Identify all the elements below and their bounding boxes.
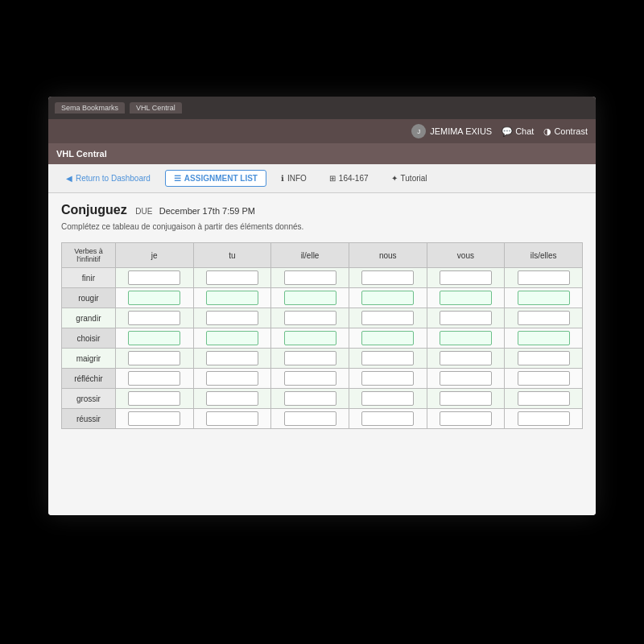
chat-icon: 💬 [502, 126, 513, 137]
input-réfléchir-ilelle[interactable] [284, 371, 336, 386]
input-grossir-vous[interactable] [440, 391, 492, 406]
input-finir-nous[interactable] [361, 270, 414, 285]
return-label: Return to Dashboard [76, 174, 151, 183]
sub-nav: ◀ Return to Dashboard ☰ ASSIGNMENT LIST … [48, 164, 596, 193]
main-content: Conjuguez DUE December 17th 7:59 PM Comp… [48, 193, 596, 515]
input-maigrir-nous[interactable] [361, 351, 414, 365]
cell-choisir-vous [427, 328, 505, 349]
cell-réussir-ilselles [505, 409, 583, 429]
input-maigrir-je[interactable] [128, 351, 180, 365]
cell-grandir-vous [427, 308, 505, 328]
user-info: J JEMIMA EXIUS [411, 124, 492, 138]
cell-choisir-ilselles [505, 328, 583, 349]
input-rougir-vous[interactable] [440, 291, 492, 305]
table-row: grossir [62, 389, 583, 409]
verb-name: choisir [62, 328, 116, 349]
input-choisir-vous[interactable] [440, 331, 492, 345]
input-réussir-vous[interactable] [440, 411, 492, 426]
pages-button[interactable]: ⊞ 164-167 [321, 171, 377, 186]
browser-tab-1[interactable]: Sema Bookmarks [55, 102, 125, 114]
pages-icon: ⊞ [329, 174, 336, 183]
cell-réfléchir-ilelle [271, 369, 349, 389]
input-grandir-je[interactable] [128, 311, 180, 325]
col-header-nous: nous [349, 243, 427, 268]
chat-link[interactable]: 💬 Chat [502, 126, 534, 137]
input-choisir-ilelle[interactable] [284, 331, 336, 345]
cell-réussir-vous [427, 409, 505, 429]
input-choisir-je[interactable] [128, 331, 180, 345]
input-réussir-ilelle[interactable] [284, 411, 336, 426]
input-réfléchir-tu[interactable] [206, 371, 258, 386]
contrast-link[interactable]: ◑ Contrast [543, 126, 588, 137]
cell-grossir-vous [427, 389, 505, 409]
input-finir-je[interactable] [128, 270, 180, 285]
input-finir-ilselles[interactable] [518, 270, 570, 285]
input-grandir-vous[interactable] [440, 311, 492, 325]
table-row: rougir [62, 288, 583, 308]
info-button[interactable]: ℹ INFO [273, 171, 315, 186]
verb-name: maigrir [62, 349, 116, 369]
input-finir-tu[interactable] [206, 270, 258, 285]
input-maigrir-ilselles[interactable] [518, 351, 570, 365]
cell-réfléchir-ilselles [505, 369, 583, 389]
input-maigrir-vous[interactable] [440, 351, 492, 365]
input-rougir-ilselles[interactable] [518, 291, 570, 305]
input-grossir-nous[interactable] [361, 391, 414, 406]
input-choisir-tu[interactable] [206, 331, 258, 345]
cell-maigrir-ilselles [505, 349, 583, 369]
input-grandir-ilelle[interactable] [284, 311, 336, 325]
input-réussir-ilselles[interactable] [518, 411, 570, 426]
nav-logo: VHL Central [56, 149, 107, 159]
assignment-list-button[interactable]: ☰ ASSIGNMENT LIST [165, 170, 266, 187]
input-réfléchir-ilselles[interactable] [518, 371, 570, 386]
pages-label: 164-167 [339, 174, 369, 183]
cell-finir-nous [349, 268, 427, 288]
cell-rougir-ilelle [271, 288, 349, 308]
table-row: réussir [62, 409, 583, 429]
app-header: J JEMIMA EXIUS 💬 Chat ◑ Contrast [48, 119, 596, 143]
tutorial-button[interactable]: ✦ Tutorial [383, 171, 436, 186]
input-maigrir-tu[interactable] [206, 351, 258, 365]
input-réussir-je[interactable] [128, 411, 180, 426]
input-grandir-tu[interactable] [206, 311, 258, 325]
input-finir-vous[interactable] [440, 270, 492, 285]
input-réfléchir-vous[interactable] [440, 371, 492, 386]
cell-maigrir-je [115, 349, 193, 369]
input-réfléchir-je[interactable] [128, 371, 180, 386]
input-réfléchir-nous[interactable] [361, 371, 414, 386]
input-réussir-tu[interactable] [206, 411, 258, 426]
input-grossir-tu[interactable] [206, 391, 258, 406]
input-grossir-ilselles[interactable] [518, 391, 570, 406]
input-réussir-nous[interactable] [361, 411, 414, 426]
input-choisir-nous[interactable] [361, 331, 414, 345]
contrast-icon: ◑ [543, 126, 551, 137]
input-rougir-je[interactable] [128, 291, 180, 305]
input-maigrir-ilelle[interactable] [284, 351, 336, 365]
verb-name: réfléchir [62, 369, 116, 389]
cell-choisir-je [115, 328, 193, 349]
input-rougir-tu[interactable] [206, 291, 258, 305]
input-grandir-nous[interactable] [361, 311, 414, 325]
avatar: J [411, 124, 426, 138]
input-grossir-ilelle[interactable] [284, 391, 336, 406]
table-row: finir [62, 268, 583, 288]
input-grandir-ilselles[interactable] [518, 311, 570, 325]
info-label: INFO [287, 174, 307, 183]
input-rougir-nous[interactable] [361, 291, 414, 305]
arrow-left-icon: ◀ [66, 174, 72, 183]
cell-grandir-je [115, 308, 193, 328]
input-rougir-ilelle[interactable] [284, 291, 336, 305]
cell-finir-tu [193, 268, 271, 288]
input-choisir-ilselles[interactable] [518, 331, 570, 345]
contrast-label: Contrast [554, 126, 588, 136]
user-name: JEMIMA EXIUS [430, 126, 492, 136]
tutorial-icon: ✦ [391, 174, 398, 183]
browser-tab-2[interactable]: VHL Central [130, 102, 182, 114]
table-row: grandir [62, 308, 583, 328]
return-dashboard-button[interactable]: ◀ Return to Dashboard [58, 171, 159, 186]
input-grossir-je[interactable] [128, 391, 180, 406]
input-finir-ilelle[interactable] [284, 270, 336, 285]
col-header-ilelle: il/elle [271, 243, 349, 268]
chat-label: Chat [515, 126, 534, 136]
table-row: choisir [62, 328, 583, 349]
